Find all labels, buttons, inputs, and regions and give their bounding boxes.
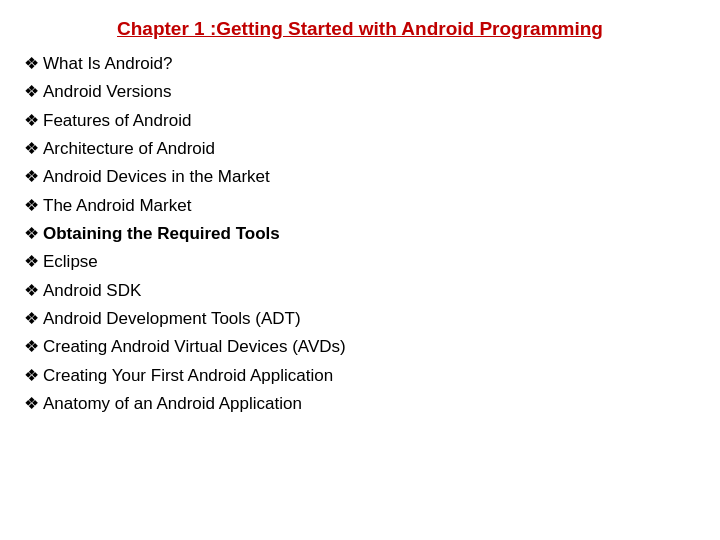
list-item-architecture-of-android: ❖Architecture of Android [24,135,696,163]
list-item-features-of-android: ❖Features of Android [24,107,696,135]
list-item-label: What Is Android? [43,51,172,77]
list-item-anatomy-android-app: ❖Anatomy of an Android Application [24,390,696,418]
bullet-icon: ❖ [24,221,39,247]
bullet-icon: ❖ [24,164,39,190]
topic-list: ❖What Is Android?❖Android Versions❖Featu… [24,50,696,418]
list-item-android-development-tools: ❖Android Development Tools (ADT) [24,305,696,333]
list-item-label: Architecture of Android [43,136,215,162]
list-item-label: Eclipse [43,249,98,275]
bullet-icon: ❖ [24,306,39,332]
list-item-eclipse: ❖Eclipse [24,248,696,276]
bullet-icon: ❖ [24,363,39,389]
bullet-icon: ❖ [24,79,39,105]
page-title: Chapter 1 :Getting Started with Android … [24,18,696,40]
list-item-what-is-android: ❖What Is Android? [24,50,696,78]
bullet-icon: ❖ [24,51,39,77]
list-item-label: Android Devices in the Market [43,164,270,190]
list-item-label: Anatomy of an Android Application [43,391,302,417]
bullet-icon: ❖ [24,193,39,219]
bullet-icon: ❖ [24,108,39,134]
list-item-label: Android Development Tools (ADT) [43,306,301,332]
list-item-android-sdk: ❖Android SDK [24,277,696,305]
list-item-label: Android SDK [43,278,141,304]
list-item-android-versions: ❖Android Versions [24,78,696,106]
list-item-the-android-market: ❖The Android Market [24,192,696,220]
list-item-android-devices-market: ❖Android Devices in the Market [24,163,696,191]
bullet-icon: ❖ [24,334,39,360]
list-item-label: Features of Android [43,108,191,134]
bullet-icon: ❖ [24,136,39,162]
list-item-creating-avds: ❖Creating Android Virtual Devices (AVDs) [24,333,696,361]
bullet-icon: ❖ [24,391,39,417]
list-item-creating-first-app: ❖Creating Your First Android Application [24,362,696,390]
list-item-label: Creating Your First Android Application [43,363,333,389]
bullet-icon: ❖ [24,278,39,304]
bullet-icon: ❖ [24,249,39,275]
list-item-label: Creating Android Virtual Devices (AVDs) [43,334,346,360]
list-item-label: Android Versions [43,79,172,105]
list-item-label: Obtaining the Required Tools [43,221,280,247]
list-item-label: The Android Market [43,193,191,219]
page: Chapter 1 :Getting Started with Android … [0,0,720,540]
list-item-obtaining-required-tools: ❖Obtaining the Required Tools [24,220,696,248]
